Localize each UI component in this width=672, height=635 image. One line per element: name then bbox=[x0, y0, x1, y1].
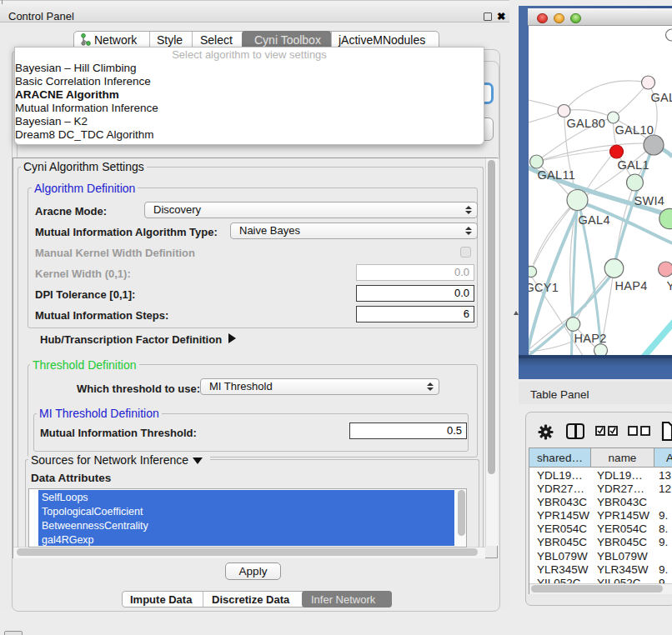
svg-text:HAP2: HAP2 bbox=[574, 332, 606, 345]
svg-text:GAL11: GAL11 bbox=[537, 168, 575, 182]
svg-text:GAL80: GAL80 bbox=[566, 117, 605, 130]
svg-text:HAP4: HAP4 bbox=[614, 279, 647, 292]
svg-text:GAL7: GAL7 bbox=[650, 91, 672, 104]
svg-text:GAL4: GAL4 bbox=[578, 213, 609, 227]
svg-text:GAL1: GAL1 bbox=[617, 158, 649, 172]
svg-text:GCY1: GCY1 bbox=[529, 281, 559, 294]
svg-text:SWI4: SWI4 bbox=[634, 194, 664, 208]
svg-text:Y: Y bbox=[666, 279, 672, 292]
svg-text:GAL10: GAL10 bbox=[614, 123, 654, 137]
